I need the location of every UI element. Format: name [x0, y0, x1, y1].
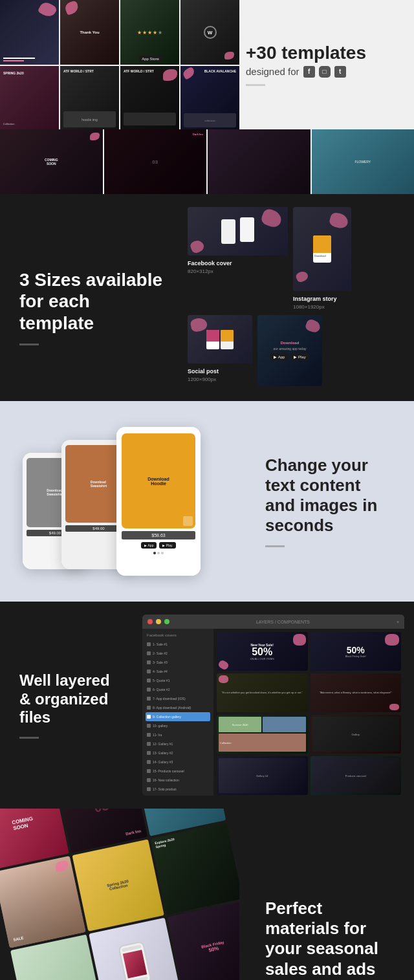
templates-count: +30 templates: [246, 43, 401, 63]
expand-dot: [164, 619, 169, 624]
layer-item[interactable]: 10- gallery: [146, 721, 210, 730]
phones-display: DownloadSweatshirt $49.00 DownloadSweats…: [0, 401, 259, 602]
figma-layers-panel: Facebook covers 1- Sale #1 2- Sale #2 3-…: [142, 629, 213, 796]
change-section: DownloadSweatshirt $49.00 DownloadSweats…: [0, 401, 414, 602]
layer-item[interactable]: 7- App download (IOS): [146, 694, 210, 703]
layer-item[interactable]: 5- Quote #1: [146, 676, 210, 685]
template-grid-row2: COMINGSOON 03 Dark Inn FLOWERY: [0, 129, 414, 194]
seasonal-grid: COMINGSOON 03 Dark Inn FLOWERYSummer Col…: [0, 809, 239, 980]
grid2-cell: FLOWERY: [312, 129, 415, 194]
seasonal-title: Perfect materials for your seasonal sale…: [265, 898, 395, 979]
grid-cell: ★★★★★ App Store: [120, 0, 179, 65]
extra-size-card: Download our amazing app today ▶ App ▶ P…: [257, 315, 322, 386]
social-post-dim: 1200×900px: [188, 376, 252, 382]
layer-item[interactable]: 14- Gallery #3: [146, 757, 210, 767]
layered-title: Well layered & organized files: [19, 671, 123, 727]
canvas-card-collection: Summer 2k20 Collection: [217, 715, 308, 754]
layer-item[interactable]: 16- New collection: [146, 776, 210, 785]
instagram-story-dim: 1080×1920px: [293, 304, 351, 310]
layer-item[interactable]: 6- Quote #2: [146, 685, 210, 694]
grid-cell: ATF WORLD / STRT: [120, 66, 179, 129]
grid-cell: ATF WORLD / STRT hoodie img: [60, 66, 119, 129]
layered-text-block: Well layered & organized files: [0, 652, 142, 758]
divider: [246, 84, 265, 86]
canvas-card-quote2: "Adornment, what a Beauty, what a weakne…: [310, 673, 402, 712]
grid-cell: W: [180, 0, 239, 65]
hero-text-block: +30 templates designed for f □ t: [239, 0, 414, 129]
canvas-card-products: Products carousel: [310, 756, 402, 795]
facebook-cover-card: [188, 207, 288, 256]
change-text-block: Change your text content and images in s…: [259, 436, 414, 567]
phone-stack: DownloadSweatshirt $49.00 DownloadSweats…: [58, 420, 201, 582]
seasonal-section: COMINGSOON 03 Dark Inn FLOWERYSummer Col…: [0, 809, 414, 980]
seasonal-text-block: Perfect materials for your seasonal sale…: [246, 879, 414, 980]
change-divider: [265, 545, 285, 547]
sizes-text-block: 3 Sizes available for each template: [0, 194, 181, 401]
figma-titlebar: LAYERS / COMPONENTS ×: [142, 615, 404, 629]
facebook-icon: f: [303, 66, 315, 78]
template-grid-top: Thank You ★★★★★ App Store W: [0, 0, 239, 129]
twitter-icon: t: [334, 66, 346, 78]
figma-screenshot: LAYERS / COMPONENTS × Facebook covers 1-…: [142, 602, 414, 809]
grid-cell: [0, 0, 59, 65]
layer-item[interactable]: 13- Gallery #2: [146, 748, 210, 757]
layer-item[interactable]: 17- Solo product: [146, 785, 210, 794]
canvas-card-sale2: 50% Black Friday Sale!: [310, 632, 402, 671]
grid-cell: SPRING 2k20 Collection: [0, 66, 59, 129]
sizes-cards: Facebook cover 820×312px Download: [181, 194, 414, 401]
layer-item[interactable]: 12- Gallery #1: [146, 739, 210, 748]
sizes-title: 3 Sizes available for each template: [19, 269, 168, 334]
instagram-story-label: Instagram story: [293, 296, 351, 302]
hero-section: Thank You ★★★★★ App Store W: [0, 0, 414, 129]
sizes-divider: [19, 343, 39, 345]
social-post-label: Social post: [188, 368, 252, 375]
figma-canvas: New Year Sale! 50% ON ALL OUR ITEMS 50% …: [213, 629, 404, 796]
social-post-card: [188, 315, 252, 364]
designed-for-label: designed for f □ t: [246, 66, 401, 78]
canvas-card-quote1: "It's not whether you get knocked down, …: [217, 673, 308, 712]
grid-cell: BLACK AVALANCHE collection: [180, 66, 239, 129]
phone-front: DownloadHoodie $58.63 ▶ App ▶ Play: [116, 427, 201, 576]
layer-item[interactable]: 15- Products carousel: [146, 767, 210, 776]
layer-item-active[interactable]: 9- Collection gallery: [146, 712, 210, 721]
layered-section: Well layered & organized files LAYERS / …: [0, 602, 414, 809]
minimize-dot: [156, 619, 161, 624]
close-dot: [147, 619, 153, 624]
layer-item[interactable]: 18- Solo collection: [146, 794, 210, 796]
grid-cell: Thank You: [60, 0, 119, 65]
layer-item[interactable]: 4- Sale #4: [146, 667, 210, 676]
instagram-story-card: Download: [293, 207, 351, 291]
grid2-cell: COMINGSOON: [0, 129, 103, 194]
figma-body: Facebook covers 1- Sale #1 2- Sale #2 3-…: [142, 629, 404, 796]
figma-panel: LAYERS / COMPONENTS × Facebook covers 1-…: [142, 615, 404, 796]
layer-item[interactable]: 11- ha: [146, 730, 210, 739]
sizes-section: 3 Sizes available for each template Face…: [0, 194, 414, 401]
layer-item[interactable]: 8- App download (Android): [146, 703, 210, 712]
layer-item[interactable]: 3- Sale #3: [146, 658, 210, 667]
change-title: Change your text content and images in s…: [265, 455, 395, 536]
grid2-cell: 03 Dark Inn: [104, 129, 207, 194]
grid2-cell: [208, 129, 310, 194]
facebook-cover-label: Facebook cover: [188, 260, 288, 267]
facebook-cover-dim: 820×312px: [188, 268, 288, 274]
instagram-icon: □: [319, 66, 331, 78]
layer-item[interactable]: 1- Sale #1: [146, 640, 210, 649]
canvas-card-sale1: New Year Sale! 50% ON ALL OUR ITEMS: [217, 632, 308, 671]
canvas-card-gallery4: Gallery #4: [217, 756, 308, 795]
layer-item[interactable]: 2- Sale #2: [146, 649, 210, 658]
layered-divider: [19, 737, 39, 739]
canvas-card-gallery1: Gallery: [310, 715, 402, 754]
